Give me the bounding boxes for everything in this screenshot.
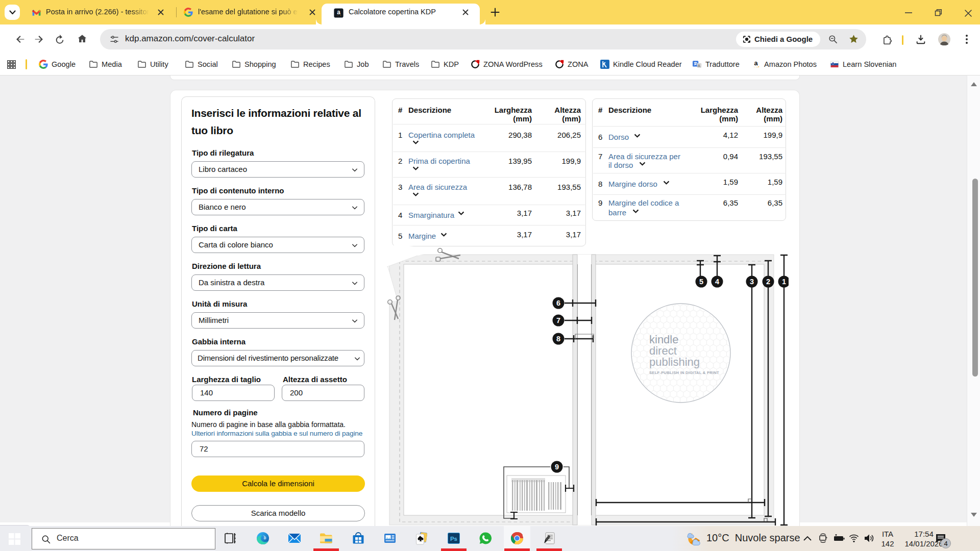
svg-text:a: a [337,9,340,16]
svg-text:7: 7 [556,316,560,324]
svg-text:5: 5 [699,278,703,286]
svg-text:6: 6 [556,299,560,307]
svg-text:Ps: Ps [450,536,457,542]
svg-text:8: 8 [556,335,560,343]
svg-text:a: a [754,60,758,67]
svg-text:9: 9 [555,463,559,471]
svg-text:2: 2 [766,278,770,286]
svg-text:publishing: publishing [649,356,700,368]
svg-text:3: 3 [750,278,754,286]
svg-text:4: 4 [715,278,719,286]
svg-text:SELF-PUBLISH IN DIGITAL & PRIN: SELF-PUBLISH IN DIGITAL & PRINT [649,370,719,375]
svg-text:1: 1 [782,278,786,286]
